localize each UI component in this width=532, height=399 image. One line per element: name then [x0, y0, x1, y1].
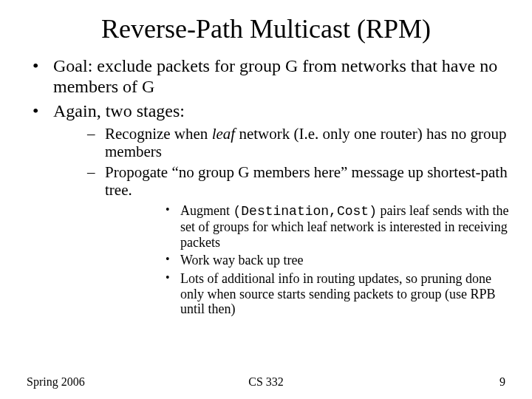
- footer-course: CS 332: [0, 375, 532, 389]
- bullet-goal: Goal: exclude packets for group G from n…: [22, 56, 510, 97]
- sub-propagate-text: Propogate “no group G members here” mess…: [105, 163, 508, 199]
- slide-body: Goal: exclude packets for group G from n…: [0, 50, 532, 317]
- sub-propagate: Propogate “no group G members here” mess…: [53, 163, 510, 317]
- bullet-list-level1: Goal: exclude packets for group G from n…: [22, 56, 510, 317]
- bullet-stages-text: Again, two stages:: [53, 101, 185, 120]
- leaf-word: leaf: [212, 125, 236, 143]
- bullet-list-level3: Augment (Destination,Cost) pairs leaf se…: [105, 203, 510, 317]
- tert-augment-code: (Destination,Cost): [233, 204, 377, 219]
- tert-augment: Augment (Destination,Cost) pairs leaf se…: [105, 203, 510, 250]
- slide: Reverse-Path Multicast (RPM) Goal: exclu…: [0, 0, 532, 399]
- tert-work-back: Work way back up tree: [105, 253, 510, 268]
- bullet-stages: Again, two stages: Recognize when leaf n…: [22, 101, 510, 317]
- sub-recognize: Recognize when leaf network (I.e. only o…: [53, 125, 510, 160]
- tert-additional-info: Lots of additional info in routing updat…: [105, 271, 510, 317]
- bullet-list-level2: Recognize when leaf network (I.e. only o…: [53, 125, 510, 317]
- footer-page-number: 9: [499, 375, 505, 389]
- slide-title: Reverse-Path Multicast (RPM): [0, 0, 532, 50]
- tert-augment-a: Augment: [180, 203, 233, 218]
- sub-recognize-a: Recognize when: [105, 125, 212, 143]
